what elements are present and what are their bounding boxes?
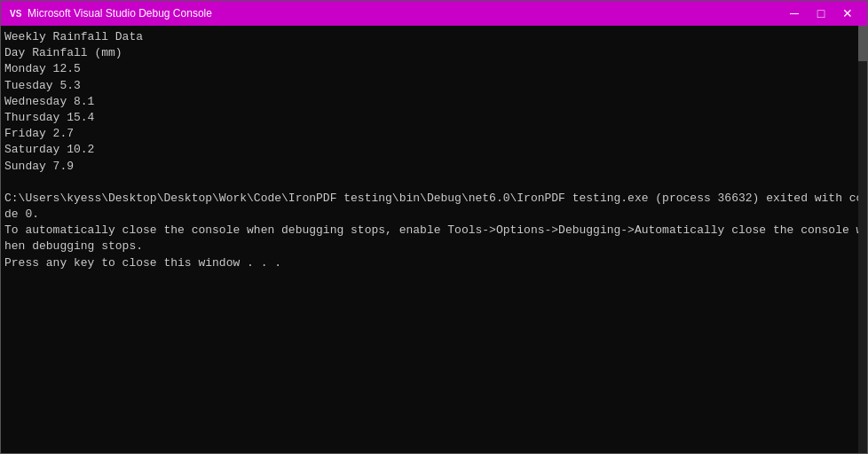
- scrollbar[interactable]: [858, 26, 867, 453]
- window: VS Microsoft Visual Studio Debug Console…: [0, 0, 868, 454]
- console-body: Weekly Rainfall Data Day Rainfall (mm) M…: [1, 26, 867, 453]
- close-button[interactable]: ✕: [835, 4, 860, 23]
- minimize-button[interactable]: ─: [782, 4, 807, 23]
- window-title: Microsoft Visual Studio Debug Console: [28, 7, 212, 20]
- vs-icon: VS: [8, 6, 22, 20]
- title-bar: VS Microsoft Visual Studio Debug Console…: [1, 1, 867, 26]
- console-output: Weekly Rainfall Data Day Rainfall (mm) M…: [4, 29, 864, 271]
- title-bar-controls: ─ □ ✕: [782, 4, 860, 23]
- scrollbar-thumb[interactable]: [858, 26, 867, 61]
- title-bar-left: VS Microsoft Visual Studio Debug Console: [8, 6, 212, 20]
- maximize-button[interactable]: □: [809, 4, 833, 23]
- svg-text:VS: VS: [10, 9, 22, 19]
